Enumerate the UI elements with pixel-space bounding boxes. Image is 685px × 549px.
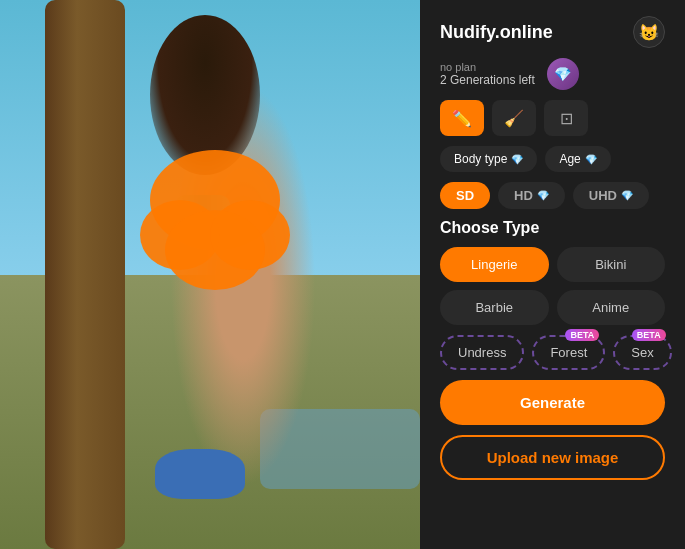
paint-overlay [130, 140, 300, 300]
type-undress-button[interactable]: Undress [440, 335, 524, 370]
quality-hd-button[interactable]: HD 💎 [498, 182, 565, 209]
type-forest-button[interactable]: BETA Forest [532, 335, 605, 370]
right-panel: Nudify.online 😺 no plan 2 Generations le… [420, 0, 685, 549]
type-sex-button[interactable]: BETA Sex [613, 335, 671, 370]
generations-left: 2 Generations left [440, 73, 535, 87]
plan-label: no plan [440, 61, 535, 73]
body-type-button[interactable]: Body type 💎 [440, 146, 537, 172]
body-type-diamond-icon: 💎 [511, 154, 523, 165]
brush-tool-button[interactable]: ✏️ [440, 100, 484, 136]
svg-point-3 [165, 210, 265, 290]
forest-beta-badge: BETA [565, 329, 599, 341]
choose-type-title: Choose Type [440, 219, 665, 237]
age-diamond-icon: 💎 [585, 154, 597, 165]
crop-tool-button[interactable]: ⊡ [544, 100, 588, 136]
type-barbie-button[interactable]: Barbie [440, 290, 549, 325]
type-lingerie-button[interactable]: Lingerie [440, 247, 549, 282]
eraser-tool-button[interactable]: 🧹 [492, 100, 536, 136]
quality-uhd-button[interactable]: UHD 💎 [573, 182, 649, 209]
app-title: Nudify.online [440, 22, 553, 43]
generate-button[interactable]: Generate [440, 380, 665, 425]
beta-row: Undress BETA Forest BETA Sex [440, 335, 665, 370]
type-anime-button[interactable]: Anime [557, 290, 666, 325]
diamond-icon[interactable]: 💎 [547, 58, 579, 90]
type-bikini-button[interactable]: Bikini [557, 247, 666, 282]
age-button[interactable]: Age 💎 [545, 146, 610, 172]
header: Nudify.online 😺 [440, 16, 665, 48]
plan-info: no plan 2 Generations left 💎 [440, 58, 665, 90]
type-grid: Lingerie Bikini Barbie Anime [440, 247, 665, 325]
option-row: Body type 💎 Age 💎 [440, 146, 665, 172]
avatar-icon[interactable]: 😺 [633, 16, 665, 48]
tool-row: ✏️ 🧹 ⊡ [440, 100, 665, 136]
quality-row: SD HD 💎 UHD 💎 [440, 182, 665, 209]
image-panel [0, 0, 420, 549]
sex-beta-badge: BETA [632, 329, 666, 341]
quality-sd-button[interactable]: SD [440, 182, 490, 209]
upload-button[interactable]: Upload new image [440, 435, 665, 480]
